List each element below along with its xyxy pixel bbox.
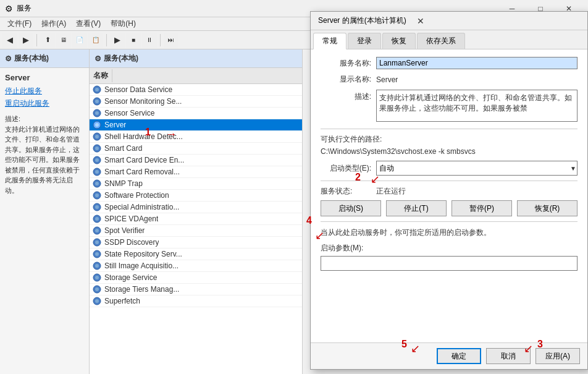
service-icon — [92, 143, 102, 153]
service-icon — [92, 179, 102, 189]
service-name: Still Image Acquisitio... — [104, 261, 178, 270]
display-name-text: Server — [376, 75, 398, 84]
svg-point-3 — [95, 100, 99, 103]
toolbar-play[interactable]: ▶ — [110, 33, 125, 48]
service-row[interactable]: Still Image Acquisitio... — [90, 260, 302, 272]
restart-service-link[interactable]: 重启动此服务 — [5, 98, 84, 109]
service-row[interactable]: SPICE VDAgent — [90, 213, 302, 225]
service-name: Server — [104, 121, 126, 129]
menu-help[interactable]: 帮助(H) — [106, 17, 141, 30]
svg-point-5 — [95, 111, 99, 115]
service-name: Smart Card Removal... — [104, 168, 180, 176]
service-name: Smart Card Device En... — [104, 156, 184, 164]
menu-action[interactable]: 操作(A) — [36, 17, 71, 30]
left-panel-desc: 描述: 支持此计算机通过网络的文件、打印、和命名管道共享。如果服务停止，这些功能… — [5, 114, 84, 195]
toolbar-sep-3 — [160, 34, 161, 46]
apply-button[interactable]: 应用(A) — [536, 348, 580, 364]
service-name-input[interactable] — [376, 57, 578, 69]
startup-type-select[interactable]: 自动 自动(延迟启动) 手动 禁用 — [376, 161, 578, 176]
toolbar-pause[interactable]: ⏸ — [142, 33, 157, 48]
service-name: Superfetch — [104, 297, 140, 305]
service-name: SNMP Trap — [104, 179, 143, 188]
services-table: 名称 Sensor Data Service Sensor Monitoring… — [90, 68, 302, 374]
startup-type-select-wrapper: 自动 自动(延迟启动) 手动 禁用 ▼ — [376, 161, 578, 176]
service-row[interactable]: SSDP Discovery — [90, 237, 302, 249]
service-row[interactable]: SNMP Trap — [90, 178, 302, 190]
service-row[interactable]: State Repository Serv... — [90, 249, 302, 260]
svg-point-27 — [95, 240, 99, 244]
service-row[interactable]: Smart Card — [90, 143, 302, 155]
toolbar-btn3[interactable]: 📄 — [72, 33, 87, 48]
menu-file[interactable]: 文件(F) — [2, 17, 36, 30]
dialog-title-text: Server 的属性(本地计算机) — [318, 15, 406, 26]
service-icon — [92, 108, 102, 118]
service-name: Storage Tiers Manag... — [104, 285, 179, 294]
service-row[interactable]: Smart Card Device En... — [90, 155, 302, 166]
svg-point-33 — [95, 276, 99, 279]
mid-panel: ⚙ 服务(本地) 名称 Sensor Data Service Sensor M… — [90, 49, 303, 374]
divider-2 — [321, 181, 578, 181]
service-icon — [92, 249, 102, 259]
toolbar-sep-1 — [36, 34, 37, 46]
resume-button[interactable]: 恢复(R) — [517, 200, 578, 216]
service-row[interactable]: Superfetch — [90, 295, 302, 307]
service-icon — [92, 273, 102, 283]
description-textarea[interactable]: 支持此计算机通过网络的文件、打印、和命名管道共享。如果服务停止，这些功能不可用。… — [376, 90, 578, 122]
dialog-title-bar: Server 的属性(本地计算机) ✕ — [311, 12, 587, 30]
service-row[interactable]: Special Administratio... — [90, 202, 302, 213]
toolbar-sep-2 — [106, 34, 107, 46]
stop-button[interactable]: 停止(T) — [386, 200, 447, 216]
cancel-button[interactable]: 取消 — [486, 348, 531, 364]
panel-icon: ⚙ — [5, 54, 12, 63]
svg-point-21 — [95, 205, 99, 209]
exec-path-label: 可执行文件的路径: — [321, 134, 578, 145]
service-row[interactable]: Sensor Monitoring Se... — [90, 96, 302, 108]
tab-general[interactable]: 常规 — [313, 33, 346, 49]
col-header: 名称 — [90, 68, 302, 84]
hint-text: 当从此处启动服务时，你可指定所适用的启动参数。 — [321, 227, 578, 238]
left-panel: ⚙ 服务(本地) Server 停止此服务 重启动此服务 描述: 支持此计算机通… — [0, 49, 90, 374]
toolbar-stop[interactable]: ■ — [126, 33, 141, 48]
desc-form-value: 支持此计算机通过网络的文件、打印、和命名管道共享。如果服务停止，这些功能不可用。… — [376, 90, 578, 124]
service-name: Special Administratio... — [104, 203, 179, 211]
toolbar-up[interactable]: ⬆ — [40, 33, 55, 48]
tab-recovery[interactable]: 恢复 — [382, 33, 416, 49]
service-name: Sensor Service — [104, 109, 154, 117]
start-button[interactable]: 启动(S) — [321, 200, 381, 216]
svg-point-13 — [95, 158, 99, 162]
ok-button[interactable]: 确定 — [437, 348, 481, 364]
tab-login[interactable]: 登录 — [348, 33, 381, 49]
tab-bar: 常规 登录 恢复 依存关系 — [311, 30, 587, 49]
service-name: Software Protection — [104, 191, 169, 200]
pause-button[interactable]: 暂停(P) — [452, 200, 512, 216]
service-row[interactable]: Shell Hardware Detec... — [90, 131, 302, 143]
toolbar-btn4[interactable]: 📋 — [88, 33, 103, 48]
mid-panel-icon: ⚙ — [94, 54, 101, 63]
tab-dependencies[interactable]: 依存关系 — [417, 33, 465, 49]
service-icon — [92, 120, 102, 130]
service-row[interactable]: Server — [90, 119, 302, 131]
toolbar-btn2[interactable]: 🖥 — [56, 33, 71, 48]
service-row[interactable]: Spot Verifier — [90, 225, 302, 237]
service-row[interactable]: Smart Card Removal... — [90, 166, 302, 178]
stop-service-link[interactable]: 停止此服务 — [5, 86, 84, 96]
svg-point-11 — [95, 147, 99, 150]
dialog-close-button[interactable]: ✕ — [406, 12, 435, 30]
divider-1 — [321, 129, 578, 129]
service-name: Storage Service — [104, 273, 157, 282]
service-row[interactable]: Storage Service — [90, 272, 302, 284]
left-panel-header: ⚙ 服务(本地) — [0, 49, 89, 68]
svg-point-9 — [95, 135, 99, 138]
properties-dialog: Server 的属性(本地计算机) ✕ 常规 登录 恢复 依存关系 服务名称: … — [310, 11, 588, 370]
toolbar-restart[interactable]: ⏭ — [164, 33, 178, 48]
svg-point-25 — [95, 229, 99, 232]
service-row[interactable]: Software Protection — [90, 190, 302, 202]
param-input[interactable] — [321, 256, 578, 271]
toolbar-back[interactable]: ◀ — [2, 33, 17, 48]
service-row[interactable]: Storage Tiers Manag... — [90, 284, 302, 295]
service-icon — [92, 190, 102, 200]
service-row[interactable]: Sensor Service — [90, 108, 302, 119]
service-row[interactable]: Sensor Data Service — [90, 84, 302, 96]
toolbar-forward[interactable]: ▶ — [19, 33, 33, 48]
menu-view[interactable]: 查看(V) — [71, 17, 106, 30]
